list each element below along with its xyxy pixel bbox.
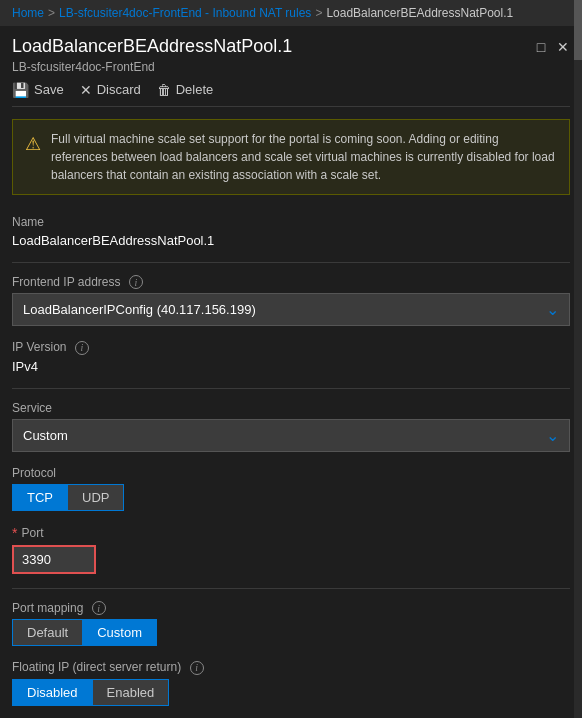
- floating-ip-disabled-button[interactable]: Disabled: [12, 679, 92, 706]
- service-label: Service: [12, 401, 570, 415]
- frontend-ip-value: LoadBalancerIPConfig (40.117.156.199): [23, 302, 256, 317]
- title-bar: LoadBalancerBEAddressNatPool.1 LB-sfcusi…: [0, 26, 582, 76]
- floating-ip-info-icon[interactable]: i: [190, 661, 204, 675]
- close-button[interactable]: ✕: [556, 40, 570, 54]
- save-button[interactable]: 💾 Save: [12, 82, 64, 98]
- scrollbar-track: [574, 0, 582, 718]
- ip-version-value: IPv4: [12, 359, 570, 374]
- floating-ip-toggle-group: Disabled Enabled: [12, 679, 570, 706]
- port-input[interactable]: [14, 547, 94, 572]
- port-label: Port: [21, 526, 43, 540]
- frontend-ip-dropdown[interactable]: LoadBalancerIPConfig (40.117.156.199) ⌄: [12, 293, 570, 326]
- protocol-toggle-group: TCP UDP: [12, 484, 570, 511]
- discard-label: Discard: [97, 82, 141, 97]
- name-label: Name: [12, 215, 570, 229]
- ip-version-field-group: IP Version i IPv4: [12, 340, 570, 374]
- divider-2: [12, 388, 570, 389]
- frontend-ip-dropdown-arrow: ⌄: [546, 300, 559, 319]
- save-icon: 💾: [12, 82, 29, 98]
- port-required-star: *: [12, 525, 17, 541]
- port-mapping-custom-button[interactable]: Custom: [82, 619, 157, 646]
- port-mapping-label-row: Port mapping i: [12, 601, 570, 616]
- port-mapping-field-group: Port mapping i Default Custom: [12, 601, 570, 647]
- frontend-ip-label-row: Frontend IP address i: [12, 275, 570, 290]
- warning-text: Full virtual machine scale set support f…: [51, 130, 557, 184]
- frontend-ip-field-group: Frontend IP address i LoadBalancerIPConf…: [12, 275, 570, 327]
- port-mapping-default-button[interactable]: Default: [12, 619, 82, 646]
- floating-ip-field-group: Floating IP (direct server return) i Dis…: [12, 660, 570, 706]
- ip-version-label: IP Version: [12, 340, 66, 354]
- window-controls: □ ✕: [534, 36, 570, 54]
- warning-banner: ⚠ Full virtual machine scale set support…: [12, 119, 570, 195]
- protocol-tcp-button[interactable]: TCP: [12, 484, 67, 511]
- frontend-ip-info-icon[interactable]: i: [129, 275, 143, 289]
- warning-icon: ⚠: [25, 131, 41, 184]
- divider-1: [12, 262, 570, 263]
- delete-label: Delete: [176, 82, 214, 97]
- floating-ip-enabled-button[interactable]: Enabled: [92, 679, 170, 706]
- port-input-wrapper: [12, 545, 96, 574]
- breadcrumb-sep-1: >: [48, 6, 55, 20]
- ip-version-label-row: IP Version i: [12, 340, 570, 355]
- port-mapping-info-icon[interactable]: i: [92, 601, 106, 615]
- port-field-group: * Port: [12, 525, 570, 574]
- delete-button[interactable]: 🗑 Delete: [157, 82, 214, 98]
- name-field-group: Name LoadBalancerBEAddressNatPool.1: [12, 215, 570, 248]
- app-window: Home > LB-sfcusiter4doc-FrontEnd - Inbou…: [0, 0, 582, 718]
- title-area: LoadBalancerBEAddressNatPool.1 LB-sfcusi…: [12, 36, 292, 74]
- content-area: Name LoadBalancerBEAddressNatPool.1 Fron…: [0, 207, 582, 718]
- toolbar: 💾 Save ✕ Discard 🗑 Delete: [0, 76, 582, 106]
- protocol-udp-button[interactable]: UDP: [67, 484, 124, 511]
- page-title: LoadBalancerBEAddressNatPool.1: [12, 36, 292, 58]
- protocol-label: Protocol: [12, 466, 570, 480]
- divider-3: [12, 588, 570, 589]
- breadcrumb-home[interactable]: Home: [12, 6, 44, 20]
- port-label-row: * Port: [12, 525, 570, 541]
- port-mapping-label: Port mapping: [12, 601, 83, 615]
- discard-icon: ✕: [80, 82, 92, 98]
- frontend-ip-label: Frontend IP address: [12, 275, 121, 289]
- scrollbar-thumb[interactable]: [574, 0, 582, 60]
- floating-ip-label: Floating IP (direct server return): [12, 660, 181, 674]
- protocol-field-group: Protocol TCP UDP: [12, 466, 570, 511]
- delete-icon: 🗑: [157, 82, 171, 98]
- breadcrumb-lb[interactable]: LB-sfcusiter4doc-FrontEnd - Inbound NAT …: [59, 6, 311, 20]
- breadcrumb-sep-2: >: [315, 6, 322, 20]
- service-dropdown[interactable]: Custom ⌄: [12, 419, 570, 452]
- save-label: Save: [34, 82, 64, 97]
- breadcrumb-current: LoadBalancerBEAddressNatPool.1: [326, 6, 513, 20]
- name-value: LoadBalancerBEAddressNatPool.1: [12, 233, 570, 248]
- toolbar-divider: [12, 106, 570, 107]
- service-dropdown-arrow: ⌄: [546, 426, 559, 445]
- discard-button[interactable]: ✕ Discard: [80, 82, 141, 98]
- breadcrumb: Home > LB-sfcusiter4doc-FrontEnd - Inbou…: [0, 0, 582, 26]
- maximize-button[interactable]: □: [534, 40, 548, 54]
- page-subtitle: LB-sfcusiter4doc-FrontEnd: [12, 60, 292, 74]
- floating-ip-label-row: Floating IP (direct server return) i: [12, 660, 570, 675]
- service-field-group: Service Custom ⌄: [12, 401, 570, 452]
- ip-version-info-icon[interactable]: i: [75, 341, 89, 355]
- service-value: Custom: [23, 428, 68, 443]
- port-mapping-toggle-group: Default Custom: [12, 619, 570, 646]
